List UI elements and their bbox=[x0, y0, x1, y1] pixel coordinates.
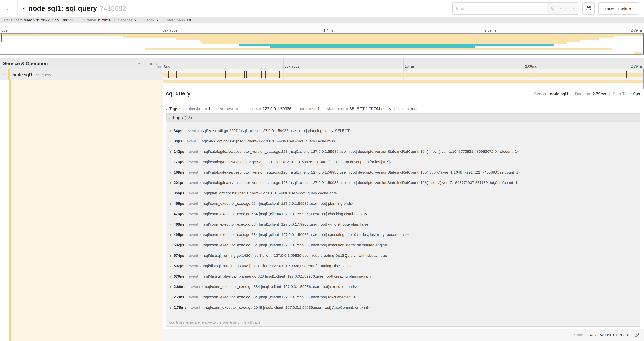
axis-gridline bbox=[524, 58, 524, 69]
deep-link-icon[interactable] bbox=[635, 333, 639, 337]
log-row[interactable]: ›574μs:event=‹sql/distsql_running.go:142… bbox=[170, 250, 640, 261]
log-row[interactable]: ›2.79ms:event=‹sql/conn_executor_exec.go… bbox=[170, 302, 640, 312]
log-marker-tick[interactable] bbox=[242, 71, 242, 78]
divider bbox=[323, 107, 324, 111]
keyboard-shortcuts-button[interactable]: ⌘ bbox=[582, 3, 595, 15]
span-row-timeline-cell[interactable] bbox=[163, 69, 644, 80]
minimap-scrubber-right[interactable] bbox=[642, 34, 644, 54]
log-row[interactable]: ›189μs:event=‹sql/catalog/lease/descript… bbox=[170, 167, 640, 177]
collapse-trace-icon[interactable]: › bbox=[21, 8, 27, 9]
minimap-scrubber-left[interactable] bbox=[1, 34, 2, 42]
log-timestamp: 80μs: bbox=[174, 139, 184, 143]
log-marker-tick[interactable] bbox=[628, 71, 628, 78]
tags-label: Tags: bbox=[170, 107, 180, 111]
log-marker-tick[interactable] bbox=[226, 71, 226, 78]
log-marker-tick[interactable] bbox=[195, 71, 195, 78]
span-detail-title: sql query bbox=[166, 91, 190, 97]
log-marker-tick[interactable] bbox=[244, 71, 245, 78]
log-marker-tick[interactable] bbox=[249, 71, 249, 78]
log-row[interactable]: ›678μs:event=‹sql/distsql_physical_plann… bbox=[170, 271, 640, 281]
log-event-text: event=‹sql/catalog/descs/descriptor.go:9… bbox=[189, 160, 391, 164]
log-marker-tick[interactable] bbox=[626, 71, 627, 78]
log-marker-tick[interactable] bbox=[168, 71, 168, 78]
trace-total-spans: Total Spans10 bbox=[165, 18, 191, 22]
log-row[interactable]: ›142μs:event=‹sql/catalog/lease/descript… bbox=[170, 146, 640, 157]
log-marker-tick[interactable] bbox=[197, 71, 197, 78]
log-expand-icon[interactable]: › bbox=[170, 170, 171, 174]
column-resizer-handle[interactable]: ▮▮ bbox=[157, 65, 161, 69]
find-input[interactable] bbox=[452, 3, 546, 14]
log-row[interactable]: ›366μs:event=‹sql/plan_opt.go:358 [nsql1… bbox=[170, 188, 640, 198]
log-expand-icon[interactable]: › bbox=[170, 191, 171, 195]
logs-footnote: Log timestamps are relative to the start… bbox=[169, 320, 261, 324]
log-row[interactable]: ›34μs:event=‹sql/exec_util.go:2297 [nsql… bbox=[170, 125, 640, 136]
find-clear-icon[interactable]: × bbox=[572, 6, 575, 11]
log-expand-icon[interactable]: › bbox=[170, 233, 171, 236]
span-duration-bar[interactable] bbox=[163, 73, 644, 77]
tag-item: node=sql1 bbox=[299, 107, 320, 111]
span-accent-stripe bbox=[9, 80, 11, 341]
collapse-one-icon[interactable]: › bbox=[137, 63, 141, 64]
find-next-icon[interactable]: › bbox=[564, 8, 569, 9]
log-expand-icon[interactable]: › bbox=[170, 129, 171, 133]
log-expand-icon[interactable]: › bbox=[170, 264, 171, 268]
axis-tick-label: 2.79ms bbox=[631, 28, 642, 32]
log-expand-icon[interactable]: › bbox=[170, 305, 171, 309]
log-expand-icon[interactable]: › bbox=[170, 212, 171, 216]
log-marker-tick[interactable] bbox=[193, 71, 193, 78]
log-expand-icon[interactable]: › bbox=[170, 243, 171, 247]
minimap-span-bar bbox=[270, 46, 475, 48]
log-event-text: event=‹sql/conn_executor_exec.go:684 [ns… bbox=[189, 222, 370, 226]
tags-expand-icon[interactable]: › bbox=[166, 107, 167, 111]
log-marker-tick[interactable] bbox=[248, 71, 248, 78]
span-detail-accent-strip bbox=[163, 80, 644, 83]
tags-row[interactable]: › Tags: _unfinished=1_verbose=1client=12… bbox=[166, 105, 640, 113]
log-marker-tick[interactable] bbox=[266, 71, 266, 78]
vertical-scrollbar-thumb[interactable] bbox=[642, 68, 644, 89]
log-row[interactable]: ›2.7ms:event=‹sql/conn_executor_exec.go:… bbox=[170, 292, 640, 302]
log-row[interactable]: ›486μs:event=‹sql/conn_executor_exec.go:… bbox=[170, 219, 640, 229]
logs-collapse-icon[interactable]: › bbox=[168, 117, 172, 119]
expand-one-icon[interactable]: › bbox=[144, 62, 146, 66]
log-expand-icon[interactable]: › bbox=[170, 222, 171, 226]
collapse-all-icon[interactable]: » bbox=[149, 63, 153, 64]
focus-target-icon[interactable] bbox=[550, 6, 555, 11]
divider bbox=[394, 107, 395, 111]
log-row[interactable]: ›495μs:event=‹sql/conn_executor_exec.go:… bbox=[170, 229, 640, 240]
log-expand-icon[interactable]: › bbox=[170, 181, 171, 185]
log-marker-tick[interactable] bbox=[262, 71, 262, 78]
log-expand-icon[interactable]: › bbox=[170, 285, 171, 288]
log-expand-icon[interactable]: › bbox=[170, 139, 171, 143]
log-expand-icon[interactable]: › bbox=[170, 253, 171, 257]
log-expand-icon[interactable]: › bbox=[170, 160, 171, 164]
log-row[interactable]: ›459μs:event=‹sql/conn_executor_exec.go:… bbox=[170, 198, 640, 209]
log-row[interactable]: ›502μs:event=‹sql/conn_executor_exec.go:… bbox=[170, 240, 640, 250]
back-button[interactable]: ← bbox=[0, 0, 18, 17]
log-row[interactable]: ›597μs:event=‹sql/distsql_running.go:498… bbox=[170, 261, 640, 271]
log-event-text: event=‹sql/distsql_running.go:498 [nsql1… bbox=[189, 264, 356, 268]
span-row-name-cell[interactable]: › node sql1 sql query bbox=[0, 69, 163, 80]
minimap-canvas[interactable] bbox=[0, 33, 644, 55]
axis-tick-label: 2.09ms bbox=[484, 28, 496, 32]
log-row[interactable]: ›176μs:event=‹sql/catalog/descs/descript… bbox=[170, 157, 640, 167]
tag-item: _unfinished=1 bbox=[183, 107, 210, 111]
log-expand-icon[interactable]: › bbox=[170, 150, 171, 153]
log-marker-tick[interactable] bbox=[187, 71, 187, 78]
find-prev-icon[interactable]: › bbox=[558, 8, 562, 9]
log-expand-icon[interactable]: › bbox=[170, 274, 171, 278]
log-row[interactable]: ›80μs:event=‹sql/plan_opt.go:358 [nsql1,… bbox=[170, 136, 640, 146]
trace-view-dropdown[interactable]: Trace Timeline› bbox=[598, 3, 639, 15]
log-event-text: event=‹sql/conn_executor_exec.go:684 [ns… bbox=[189, 212, 368, 216]
log-marker-tick[interactable] bbox=[176, 71, 176, 78]
log-row[interactable]: ›201μs:event=‹sql/catalog/lease/descript… bbox=[170, 177, 640, 188]
logs-header[interactable]: › Logs (18) bbox=[166, 114, 640, 122]
log-row[interactable]: ›2.69ms:event=‹sql/conn_executor_exec.go… bbox=[170, 281, 640, 292]
service-operation-title: Service & Operation bbox=[3, 61, 48, 66]
span-collapse-icon[interactable]: › bbox=[2, 74, 6, 75]
log-marker-tick[interactable] bbox=[280, 71, 280, 78]
log-expand-icon[interactable]: › bbox=[170, 201, 171, 205]
top-bar: ← › node sql1: sql query7418682 › › × ⌘ … bbox=[0, 0, 644, 17]
log-row[interactable]: ›476μs:event=‹sql/conn_executor_exec.go:… bbox=[170, 209, 640, 219]
log-marker-tick[interactable] bbox=[246, 71, 246, 78]
log-expand-icon[interactable]: › bbox=[170, 295, 171, 299]
